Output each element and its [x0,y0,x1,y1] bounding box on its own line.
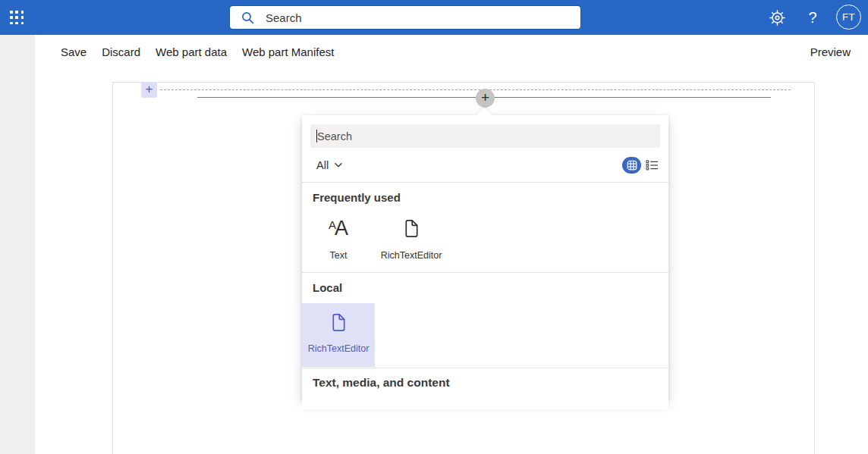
picker-search-input[interactable]: Search [310,124,660,148]
save-button[interactable]: Save [61,45,86,58]
webpart-tile-label: Text [330,250,348,261]
global-search-box[interactable] [230,6,580,29]
page-icon [401,212,422,244]
filter-dropdown-value: All [316,159,329,171]
grid-view-toggle[interactable] [622,157,641,174]
settings-gear-icon[interactable] [765,0,789,35]
section-title: Frequently used [302,191,668,204]
section-title: Local [302,281,668,294]
section-title: Text, media, and content [313,376,658,390]
add-section-button[interactable]: + [141,82,157,98]
search-icon [241,11,254,24]
font-icon: AA [329,212,348,244]
section-local: Local RichTextEditor [302,273,668,368]
suite-bar: ? FT [0,0,868,35]
section-dashed-border [160,89,791,90]
webpart-tile-richtexteditor-local[interactable]: RichTextEditor [302,303,375,367]
app-launcher-icon[interactable] [10,11,25,25]
command-toolbar: Save Discard Web part data Web part Mani… [0,35,868,68]
webpart-tile-text[interactable]: AA Text [302,212,375,261]
picker-search-placeholder: Search [317,130,352,142]
webpart-tile-richtexteditor[interactable]: RichTextEditor [375,212,448,261]
add-webpart-button[interactable]: + [476,89,495,108]
left-rail [0,35,35,454]
list-view-icon [646,160,659,171]
section-frequently-used: Frequently used AA Text RichTextEd [302,183,668,272]
discard-button[interactable]: Discard [102,45,140,58]
help-icon[interactable]: ? [802,0,823,35]
picker-filter-row: All [302,148,668,182]
list-view-toggle[interactable] [644,158,659,173]
page-icon [329,306,349,338]
filter-dropdown[interactable]: All [316,159,342,171]
chevron-down-icon [335,163,342,168]
global-search-input[interactable] [264,11,555,25]
grid-view-icon [627,160,637,171]
section-text-media-content[interactable]: Text, media, and content [302,368,668,390]
preview-button[interactable]: Preview [810,45,851,58]
web-part-manifest-button[interactable]: Web part Manifest [242,45,334,58]
webpart-tile-label: RichTextEditor [381,250,442,261]
webpart-picker-popup: Search All [302,115,668,400]
webpart-tile-label: RichTextEditor [308,343,370,354]
avatar[interactable]: FT [836,5,861,30]
web-part-data-button[interactable]: Web part data [156,45,227,58]
